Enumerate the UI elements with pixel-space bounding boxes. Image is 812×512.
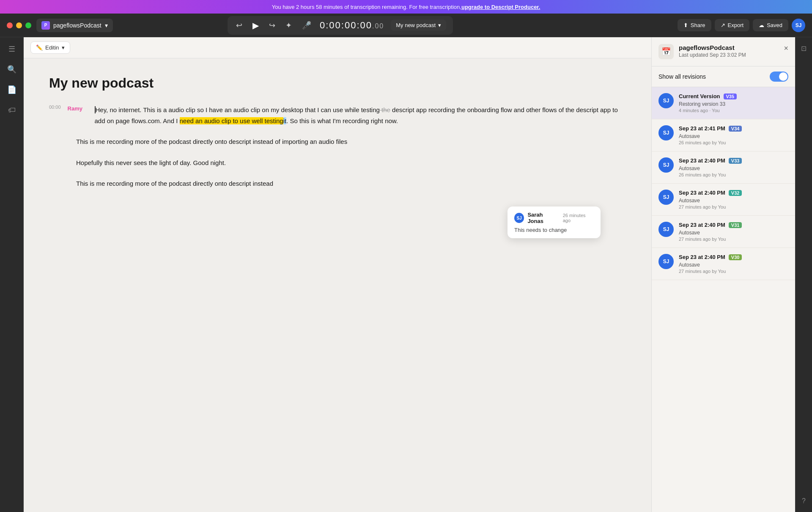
traffic-lights <box>7 22 31 28</box>
version-badge-1: V35 <box>724 94 737 99</box>
comment-time: 26 minutes ago <box>563 213 594 223</box>
share-button[interactable]: ⬆ Share <box>678 19 711 31</box>
version-badge-3: V33 <box>729 158 742 164</box>
version-meta-2: 26 minutes ago by You <box>679 140 788 145</box>
comment-header: SJ Sarah Jonas 26 minutes ago <box>514 212 594 224</box>
transcript-text-4[interactable]: This is me recording more of the podcast… <box>76 178 626 189</box>
transcript-block-1: 00:00 Ramy Hey, no internet. This is a a… <box>49 105 626 126</box>
version-description-6: Autosave <box>679 262 788 268</box>
transport-controls: ↩ ▶ ↪ ✦ 🎤 0:00:00:00.00 My new podcast ▾ <box>228 16 453 35</box>
comment-author: Sarah Jonas <box>527 212 559 224</box>
rewind-button[interactable]: ↩ <box>234 19 244 32</box>
comment-text: This needs to change <box>514 227 594 233</box>
time-display: 0:00:00:00.00 <box>320 20 384 31</box>
show-revisions-toggle[interactable] <box>770 72 788 82</box>
transcript-block-4: This is me recording more of the podcast… <box>49 178 626 189</box>
version-badge-6: V30 <box>729 254 742 260</box>
sidebar-menu-icon[interactable]: ☰ <box>5 42 19 56</box>
version-info-1: Current Version V35 Restoring version 33… <box>679 93 788 113</box>
speaker-label-4 <box>49 178 69 189</box>
version-meta-1: 4 minutes ago · You <box>679 108 788 113</box>
transcript-text-3[interactable]: Hopefully this never sees the light of d… <box>76 157 626 168</box>
help-icon[interactable]: ? <box>798 495 810 507</box>
dropdown-arrow-icon: ▾ <box>62 44 65 51</box>
version-item-3[interactable]: SJ Sep 23 at 2:40 PM V33 Autosave 26 min… <box>652 151 795 184</box>
project-icon: P <box>41 21 50 30</box>
title-bar: P pageflowsPodcast ▾ ↩ ▶ ↪ ✦ 🎤 0:00:00:0… <box>0 14 812 37</box>
revisions-panel: 📅 pageflowsPodcast Last updated Sep 23 3… <box>651 37 795 512</box>
effects-button[interactable]: ✦ <box>284 19 294 32</box>
versions-list: SJ Current Version V35 Restoring version… <box>652 87 795 512</box>
version-item-6[interactable]: SJ Sep 23 at 2:40 PM V30 Autosave 27 min… <box>652 248 795 280</box>
version-meta-5: 27 minutes ago by You <box>679 237 788 242</box>
left-sidebar: ☰ 🔍 📄 🏷 <box>0 37 24 512</box>
transcript-block-3: Hopefully this never sees the light of d… <box>49 157 626 168</box>
close-panel-button[interactable]: × <box>784 44 788 53</box>
version-item-2[interactable]: SJ Sep 23 at 2:41 PM V34 Autosave 26 min… <box>652 119 795 151</box>
version-description-4: Autosave <box>679 198 788 204</box>
cursor <box>95 106 96 113</box>
show-revisions-label: Show all revisions <box>658 73 770 80</box>
version-header-2: Sep 23 at 2:41 PM V34 <box>679 125 788 132</box>
export-button[interactable]: ↗ Export <box>715 19 750 31</box>
strikethrough-text: the <box>380 106 390 113</box>
project-selector[interactable]: P pageflowsPodcast ▾ <box>36 19 113 32</box>
composition-dropdown-icon: ▾ <box>438 22 441 28</box>
editor-content[interactable]: My new podcast 00:00 Ramy Hey, no intern… <box>24 58 651 512</box>
panel-header: 📅 pageflowsPodcast Last updated Sep 23 3… <box>652 37 795 66</box>
close-window-button[interactable] <box>7 22 13 28</box>
version-date-3: Sep 23 at 2:40 PM <box>679 157 725 164</box>
main-layout: ☰ 🔍 📄 🏷 ✏️ Editin ▾ My new podcast 00:00… <box>0 37 812 512</box>
panel-toggle-icon[interactable]: ⊡ <box>798 42 810 54</box>
version-avatar-3: SJ <box>658 157 674 173</box>
transcript-text-2[interactable]: This is me recording more of the podcast… <box>76 136 626 147</box>
version-badge-4: V32 <box>729 190 742 196</box>
version-avatar-2: SJ <box>658 125 674 140</box>
version-meta-4: 27 minutes ago by You <box>679 204 788 209</box>
upgrade-link[interactable]: upgrade to Descript Producer. <box>461 4 540 10</box>
version-date-5: Sep 23 at 2:40 PM <box>679 222 725 228</box>
version-description-2: Autosave <box>679 133 788 139</box>
comment-bubble: SJ Sarah Jonas 26 minutes ago This needs… <box>508 206 601 238</box>
pages-icon[interactable]: 📄 <box>5 83 19 96</box>
version-description-3: Autosave <box>679 165 788 171</box>
composition-selector[interactable]: My new podcast ▾ <box>391 19 446 31</box>
version-badge-2: V34 <box>729 126 742 132</box>
version-avatar-6: SJ <box>658 254 674 269</box>
version-item-1[interactable]: SJ Current Version V35 Restoring version… <box>652 87 795 119</box>
transcript-text-1[interactable]: Hey, no internet. This is a audio clip s… <box>95 105 626 126</box>
saved-button[interactable]: ☁ Saved <box>753 19 788 31</box>
version-info-2: Sep 23 at 2:41 PM V34 Autosave 26 minute… <box>679 125 788 145</box>
search-icon[interactable]: 🔍 <box>5 63 19 76</box>
timestamp-1: 00:00 <box>49 105 61 110</box>
play-button[interactable]: ▶ <box>251 19 261 32</box>
edit-mode-button[interactable]: ✏️ Editin ▾ <box>30 41 70 54</box>
version-header-4: Sep 23 at 2:40 PM V32 <box>679 190 788 196</box>
version-avatar-5: SJ <box>658 222 674 237</box>
document-title: My new podcast <box>49 75 626 91</box>
user-avatar[interactable]: SJ <box>792 19 805 32</box>
maximize-window-button[interactable] <box>25 22 31 28</box>
cloud-icon: ☁ <box>759 22 764 28</box>
pencil-icon: ✏️ <box>36 44 43 51</box>
mic-button[interactable]: 🎤 <box>300 19 313 32</box>
version-date-1: Current Version <box>679 93 720 99</box>
show-revisions-row: Show all revisions <box>652 66 795 87</box>
editor-area: ✏️ Editin ▾ My new podcast 00:00 Ramy He… <box>24 37 651 512</box>
export-icon: ↗ <box>721 22 725 28</box>
version-item-5[interactable]: SJ Sep 23 at 2:40 PM V31 Autosave 27 min… <box>652 216 795 248</box>
version-info-4: Sep 23 at 2:40 PM V32 Autosave 27 minute… <box>679 190 788 209</box>
upgrade-banner: You have 2 hours 58 minutes of transcrip… <box>0 0 812 14</box>
banner-text: You have 2 hours 58 minutes of transcrip… <box>272 4 461 10</box>
composition-name: My new podcast <box>396 22 436 28</box>
calendar-icon: 📅 <box>658 44 674 59</box>
tags-icon[interactable]: 🏷 <box>5 103 19 117</box>
version-item-4[interactable]: SJ Sep 23 at 2:40 PM V32 Autosave 27 min… <box>652 184 795 216</box>
panel-title: pageflowsPodcast <box>679 44 779 51</box>
minimize-window-button[interactable] <box>16 22 22 28</box>
panel-title-group: pageflowsPodcast Last updated Sep 23 3:0… <box>679 44 779 58</box>
version-meta-3: 26 minutes ago by You <box>679 172 788 177</box>
forward-button[interactable]: ↪ <box>267 19 277 32</box>
version-avatar-1: SJ <box>658 93 674 108</box>
share-icon: ⬆ <box>683 22 688 28</box>
